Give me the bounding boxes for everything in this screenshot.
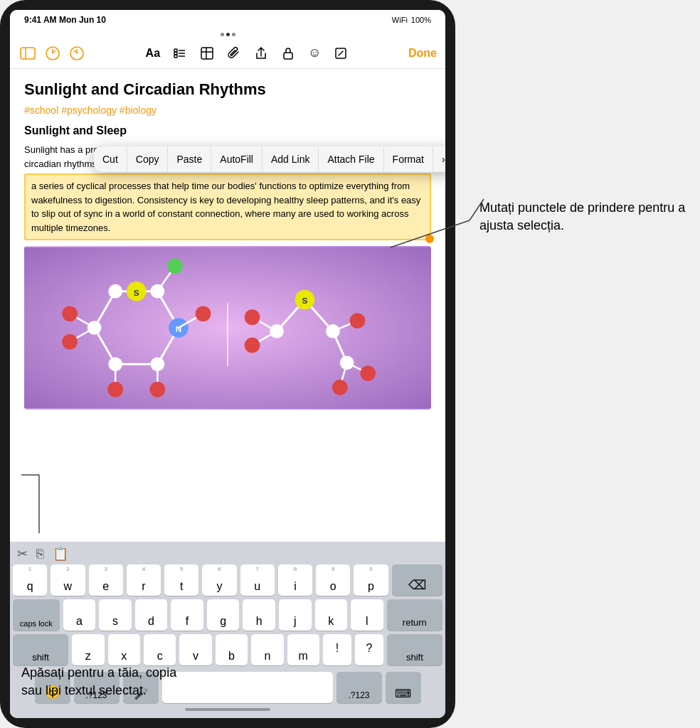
table-button[interactable] [198,45,216,62]
svg-point-44 [196,306,211,322]
annotation-right-text: Mutați punctele de prindere pentru a aju… [479,199,686,235]
copy-menu-item[interactable]: Copy [127,146,169,172]
selected-text: a series of cyclical processes that help… [31,181,420,233]
paste-icon[interactable]: 📋 [53,546,68,562]
context-menu[interactable]: Cut Copy Paste AutoFill Add Link Attach … [94,146,445,172]
molecule-image: S N [24,246,431,410]
status-bar: 9:41 AM Mon Jun 10 WiFi 100% [10,10,445,30]
lock-button[interactable] [280,45,297,62]
key-n[interactable]: n [251,634,283,665]
key-z[interactable]: z [72,634,104,665]
key-e[interactable]: 3e [89,564,123,596]
svg-point-36 [62,306,78,322]
key-d[interactable]: d [135,599,168,631]
key-r[interactable]: 4r [127,564,161,596]
sidebar-toggle-button[interactable] [18,46,37,61]
svg-rect-17 [284,53,292,59]
autofill-menu-item[interactable]: AutoFill [211,146,262,172]
svg-point-33 [108,284,122,299]
svg-point-59 [360,366,376,382]
svg-point-42 [150,382,166,397]
key-g[interactable]: g [207,599,240,631]
key-keyboard-hide[interactable]: ⌨ [386,672,421,703]
key-caps-lock[interactable]: caps lock [13,599,60,631]
note-content: Sunlight and Circadian Rhythms #school #… [10,69,445,421]
attachment-button[interactable] [226,45,243,62]
checklist-button[interactable] [171,45,189,62]
undo-button[interactable] [44,45,61,62]
key-j[interactable]: j [279,599,312,631]
svg-rect-0 [21,48,35,59]
note-tags: #school #psychology #biology [24,105,431,116]
key-l[interactable]: l [351,599,383,631]
annotation-right: Mutați punctele de prindere pentru a aju… [479,199,686,235]
dot [232,33,235,36]
key-o[interactable]: 9o [316,564,350,596]
toolbar-right: Done [408,47,437,60]
key-i[interactable]: 8i [278,564,312,596]
scissors-icon[interactable]: ✂ [17,546,28,562]
keyboard-toolbar: ✂ ⎘ 📋 [10,542,445,564]
annotation-bottom-text: Apăsați pentru a tăia, copia sau lipi te… [21,664,199,700]
key-p[interactable]: 0p [354,564,388,596]
font-button[interactable]: Aa [144,46,161,61]
key-delete[interactable]: ⌫ [392,564,442,596]
key-num-switch2[interactable]: .?123 [336,672,382,703]
ipad-screen: 9:41 AM Mon Jun 10 WiFi 100% [10,10,445,718]
key-v[interactable]: v [179,634,211,665]
status-right: WiFi 100% [392,16,431,24]
key-u[interactable]: 7u [240,564,275,596]
svg-point-53 [245,310,260,326]
copy-icon[interactable]: ⎘ [36,547,44,562]
key-w[interactable]: 2w [51,564,85,596]
attach-file-menu-item[interactable]: Attach File [319,146,383,172]
svg-point-62 [270,324,284,338]
svg-text:S: S [302,296,308,306]
key-m[interactable]: m [287,634,319,665]
key-c[interactable]: c [144,634,176,665]
note-title: Sunlight and Circadian Rhythms [24,80,431,99]
svg-text:S: S [134,288,139,298]
key-k[interactable]: k [315,599,348,631]
svg-point-55 [245,338,260,353]
key-shift-right[interactable]: shift [387,634,442,665]
key-q[interactable]: 1q [13,564,47,596]
status-time: 9:41 AM Mon Jun 10 [24,15,106,25]
key-h[interactable]: h [243,599,275,631]
svg-point-30 [88,321,102,336]
compose-button[interactable] [332,45,349,62]
note-subtitle: Sunlight and Sleep [24,124,431,137]
redo-button[interactable] [68,45,85,62]
paste-menu-item[interactable]: Paste [168,146,211,172]
key-y[interactable]: 6y [202,564,236,596]
key-x[interactable]: x [108,634,140,665]
key-exclaim[interactable]: ! [323,634,351,665]
key-shift-left[interactable]: shift [13,634,68,665]
key-return[interactable]: return [387,599,442,631]
key-s[interactable]: s [99,599,132,631]
selection-handle-right[interactable] [425,235,434,243]
dots-indicator [10,30,445,38]
add-link-menu-item[interactable]: Add Link [262,146,319,172]
dot [221,33,224,36]
share-button[interactable] [253,45,270,62]
cut-menu-item[interactable]: Cut [94,146,127,172]
key-f[interactable]: f [171,599,203,631]
svg-point-63 [326,324,340,338]
more-menu-item[interactable]: › [433,146,445,172]
home-indicator [185,708,270,711]
svg-point-46 [167,259,183,274]
key-b[interactable]: b [216,634,248,665]
key-t[interactable]: 5t [164,564,198,596]
done-button[interactable]: Done [408,47,437,60]
key-question[interactable]: ? [355,634,383,665]
svg-point-40 [107,382,123,397]
key-a[interactable]: a [63,599,96,631]
selected-text-block[interactable]: a series of cyclical processes that help… [24,173,431,240]
toolbar: Aa [10,38,445,69]
emoji-button[interactable]: ☺ [307,44,322,62]
battery-status: 100% [411,16,431,24]
ipad-frame: 9:41 AM Mon Jun 10 WiFi 100% [0,0,455,728]
format-menu-item[interactable]: Format [384,146,433,172]
toolbar-left [18,45,85,62]
